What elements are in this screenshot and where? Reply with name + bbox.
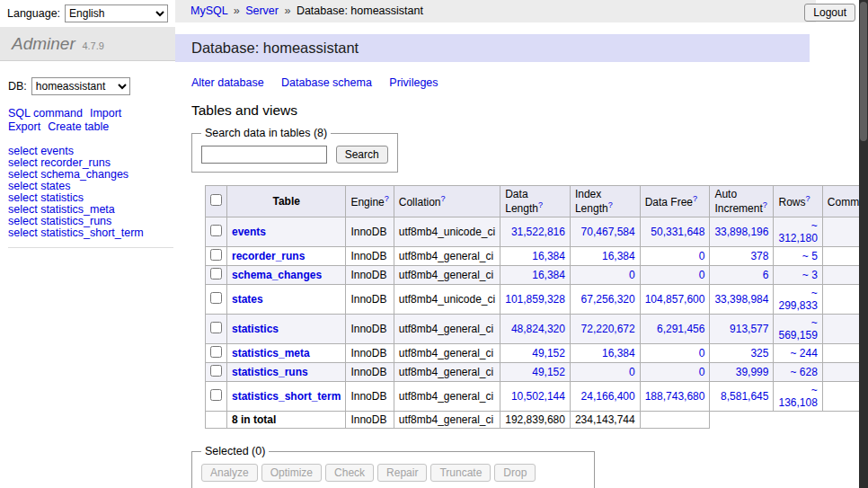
row-checkbox[interactable] <box>210 322 222 333</box>
index-length-link[interactable]: 0 <box>629 366 635 378</box>
sidebar-content: DB: homeassistant SQL commandImport Expo… <box>8 77 175 248</box>
engine-cell: InnoDB <box>346 315 394 344</box>
rows-count-link[interactable]: ~ 3 <box>802 269 818 281</box>
data-length-link[interactable]: 48,824,320 <box>511 323 565 335</box>
rows-count-link[interactable]: ~ 628 <box>790 366 817 378</box>
data-length-link[interactable]: 49,152 <box>532 347 565 359</box>
table-name-link[interactable]: events <box>232 226 266 238</box>
table-name-link[interactable]: statistics <box>232 323 279 335</box>
data-length-link[interactable]: 16,384 <box>532 250 565 262</box>
sql-command-link[interactable]: SQL command <box>8 107 83 120</box>
logout-button[interactable]: Logout <box>804 4 855 22</box>
auto-increment-link[interactable]: 378 <box>750 250 768 262</box>
auto-increment-link[interactable]: 913,577 <box>730 323 768 335</box>
auto-increment-link[interactable]: 6 <box>763 269 769 281</box>
search-button[interactable]: Search <box>336 146 388 164</box>
row-checkbox[interactable] <box>210 268 222 279</box>
data-length-link[interactable]: 31,522,816 <box>511 226 565 238</box>
privileges-link[interactable]: Privileges <box>389 76 438 89</box>
rows-count-link[interactable]: ~ 244 <box>790 347 817 359</box>
row-checkbox[interactable] <box>210 249 222 261</box>
truncate-button: Truncate <box>430 464 491 482</box>
rows-count-link[interactable]: ~ 569,159 <box>778 316 817 342</box>
table-name-link[interactable]: recorder_runs <box>232 250 305 262</box>
alter-database-link[interactable]: Alter database <box>191 76 264 89</box>
row-checkbox[interactable] <box>210 365 222 377</box>
breadcrumb-current: Database: homeassistant <box>297 4 423 17</box>
auto-increment-link[interactable]: 8,581,645 <box>721 390 768 403</box>
col-header-table: Table <box>227 186 346 217</box>
auto-increment-link[interactable]: 39,999 <box>736 366 769 378</box>
help-link[interactable]: ? <box>538 200 543 209</box>
row-checkbox[interactable] <box>210 225 222 236</box>
auto-increment-link[interactable]: 33,398,984 <box>714 293 768 306</box>
db-select[interactable]: homeassistant <box>31 77 130 95</box>
sidebar-tables-list: select events select recorder_runs selec… <box>8 146 173 248</box>
help-link[interactable]: ? <box>763 200 767 209</box>
col-header-data-length: Data Length? <box>500 186 571 217</box>
data-free-link[interactable]: 50,331,648 <box>651 226 704 238</box>
index-length-link[interactable]: 72,220,672 <box>581 323 635 335</box>
row-checkbox[interactable] <box>210 389 222 401</box>
select-all-checkbox[interactable] <box>210 194 222 206</box>
total-label: 8 in total <box>227 412 346 429</box>
export-link[interactable]: Export <box>8 120 40 133</box>
help-link[interactable]: ? <box>440 194 445 203</box>
index-length-link[interactable]: 16,384 <box>602 347 635 359</box>
index-length-link[interactable]: 67,256,320 <box>581 293 635 306</box>
data-length-link[interactable]: 101,859,328 <box>505 293 565 306</box>
breadcrumb-server-link[interactable]: Server <box>245 4 279 17</box>
search-input[interactable] <box>201 146 327 164</box>
selected-fieldset: Selected (0) Analyze Optimize Check Repa… <box>191 445 595 488</box>
main-content: MySQL » Server » Database: homeassistant… <box>175 0 868 488</box>
data-length-link[interactable]: 10,502,144 <box>511 390 565 403</box>
data-length-link[interactable]: 49,152 <box>532 366 565 378</box>
rows-count-link[interactable]: ~ 5 <box>802 250 818 262</box>
index-length-link[interactable]: 24,166,400 <box>581 390 635 403</box>
breadcrumb-mysql-link[interactable]: MySQL <box>190 4 227 17</box>
app-logo-bar: Adminer 4.7.9 <box>0 27 175 61</box>
table-name-link[interactable]: statistics_meta <box>232 347 310 359</box>
sidebar-item-select-statistics-short-term[interactable]: select statistics_short_term <box>8 227 173 239</box>
total-collation-cell: utf8mb4_general_ci <box>394 412 500 429</box>
db-selector-row: DB: homeassistant <box>8 77 175 95</box>
scrollbar-thumb[interactable] <box>860 2 867 141</box>
table-name-link[interactable]: statistics_runs <box>232 366 308 378</box>
engine-cell: InnoDB <box>346 247 394 266</box>
row-checkbox[interactable] <box>210 346 222 358</box>
row-checkbox[interactable] <box>210 292 222 304</box>
data-length-link[interactable]: 16,384 <box>532 269 565 281</box>
data-free-link[interactable]: 6,291,456 <box>657 323 704 335</box>
engine-cell: InnoDB <box>346 363 394 382</box>
auto-increment-link[interactable]: 325 <box>750 347 768 359</box>
index-length-link[interactable]: 0 <box>629 269 635 281</box>
page-scrollbar[interactable] <box>859 0 868 488</box>
adminer-app: Language: English Logout Adminer 4.7.9 D… <box>0 0 868 488</box>
index-length-link[interactable]: 70,467,584 <box>581 226 635 238</box>
create-table-link-sidebar[interactable]: Create table <box>48 120 109 133</box>
search-legend: Search data in tables (8) <box>201 127 331 139</box>
table-name-link[interactable]: states <box>232 293 263 306</box>
data-free-link[interactable]: 104,857,600 <box>645 293 705 306</box>
rows-count-link[interactable]: ~ 299,833 <box>778 287 817 312</box>
table-row-statistics: statistics InnoDB utf8mb4_general_ci 48,… <box>206 315 868 344</box>
import-link[interactable]: Import <box>90 107 121 120</box>
data-free-link[interactable]: 0 <box>699 269 705 281</box>
data-free-link[interactable]: 0 <box>699 366 705 378</box>
table-row-states: states InnoDB utf8mb4_unicode_ci 101,859… <box>206 285 868 315</box>
index-length-link[interactable]: 16,384 <box>602 250 635 262</box>
auto-increment-link[interactable]: 33,898,196 <box>714 226 768 238</box>
help-link[interactable]: ? <box>608 200 613 209</box>
help-link[interactable]: ? <box>805 194 810 203</box>
data-free-link[interactable]: 188,743,680 <box>645 390 705 403</box>
table-name-link[interactable]: statistics_short_term <box>232 390 341 403</box>
data-free-link[interactable]: 0 <box>699 250 705 262</box>
table-name-link[interactable]: schema_changes <box>232 269 322 281</box>
app-name-link[interactable]: Adminer <box>12 34 75 53</box>
data-free-link[interactable]: 0 <box>699 347 705 359</box>
help-link[interactable]: ? <box>693 194 697 203</box>
database-schema-link[interactable]: Database schema <box>281 76 372 89</box>
rows-count-link[interactable]: ~ 136,108 <box>778 384 817 409</box>
rows-count-link[interactable]: ~ 312,180 <box>778 219 817 244</box>
help-link[interactable]: ? <box>385 194 389 203</box>
